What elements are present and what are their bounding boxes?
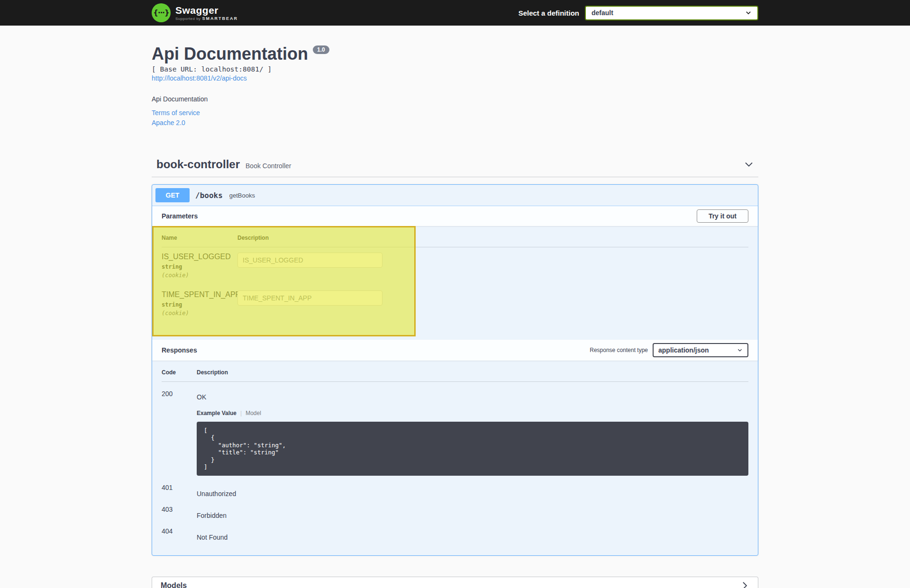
parameters-header-row: Parameters Try it out — [152, 206, 758, 226]
base-url: [ Base URL: localhost:8081/ ] — [152, 65, 758, 73]
param-row-description — [237, 285, 748, 323]
info-section: Api Documentation1.0 [ Base URL: localho… — [152, 26, 758, 127]
api-description: Api Documentation — [152, 95, 758, 103]
param-row-name: IS_USER_LOGGED string (cookie) — [162, 247, 237, 285]
swagger-brackets-glyph: {···} — [153, 9, 169, 17]
models-title: Models — [161, 581, 187, 588]
response-code-404: 404 — [162, 519, 197, 541]
param-description-column-header: Description — [237, 235, 748, 247]
select-definition-label: Select a definition — [519, 9, 579, 17]
response-code-column-header: Code — [162, 369, 197, 382]
smartbear-byline: Supported bySMARTBEAR — [175, 17, 238, 21]
model-tab[interactable]: Model — [246, 410, 261, 416]
param-row-name: TIME_SPENT_IN_APP string (cookie) — [162, 285, 237, 323]
response-code-403: 403 — [162, 498, 197, 519]
swagger-logo[interactable]: {···} Swagger Supported bySMARTBEAR — [152, 3, 238, 22]
swagger-logo-icon: {···} — [152, 3, 171, 22]
license-link[interactable]: Apache 2.0 — [152, 119, 758, 127]
response-content-type-label: Response content type — [590, 347, 648, 353]
responses-header-row: Responses Response content type applicat… — [152, 340, 758, 361]
response-200-cell: OK Example Value | Model [ { "author": "… — [197, 382, 748, 476]
responses-body: Code Description 200 OK Example Value | … — [152, 361, 758, 555]
response-403-description: Forbidden — [197, 498, 748, 519]
opblock-summary[interactable]: GET /books getBooks — [152, 185, 758, 206]
collapse-chevron-down-icon[interactable] — [744, 160, 754, 169]
chevron-down-icon — [737, 347, 743, 353]
response-200-description: OK — [197, 382, 748, 401]
response-401-description: Unauthorized — [197, 476, 748, 498]
example-value-tab[interactable]: Example Value — [197, 410, 237, 416]
operation-summary: getBooks — [229, 192, 255, 199]
definition-select-value: default — [592, 9, 613, 17]
response-description-column-header: Description — [197, 369, 748, 382]
try-it-out-button[interactable]: Try it out — [697, 209, 748, 223]
http-method-badge: GET — [155, 188, 190, 202]
models-section[interactable]: Models — [152, 577, 758, 588]
response-404-description: Not Found — [197, 519, 748, 541]
time-spent-in-app-input[interactable] — [237, 290, 382, 306]
chevron-right-icon — [740, 581, 749, 588]
response-content-type-select[interactable]: application/json — [653, 343, 748, 357]
chevron-down-icon — [745, 9, 752, 16]
parameters-title: Parameters — [162, 212, 198, 220]
example-json-block: [ { "author": "string", "title": "string… — [197, 422, 748, 476]
tag-name: book-controller — [156, 158, 240, 171]
swagger-logo-text: Swagger — [175, 5, 238, 15]
opblock-get-books: GET /books getBooks Parameters Try it ou… — [152, 184, 758, 556]
param-row-description — [237, 247, 748, 285]
tag-section: book-controllerBook Controller GET /book… — [152, 158, 758, 556]
tag-description: Book Controller — [246, 162, 291, 170]
api-docs-link[interactable]: http://localhost:8081/v2/api-docs — [152, 74, 247, 82]
operation-path: /books — [195, 191, 223, 200]
page-title: Api Documentation1.0 — [152, 45, 758, 63]
parameters-body: Name Description IS_USER_LOGGED string (… — [152, 226, 758, 340]
tag-header[interactable]: book-controllerBook Controller — [152, 158, 758, 177]
response-code-401: 401 — [162, 476, 197, 498]
topbar: {···} Swagger Supported bySMARTBEAR Sele… — [0, 0, 910, 26]
is-user-logged-input[interactable] — [237, 253, 382, 268]
definition-select[interactable]: default — [585, 6, 758, 20]
responses-title: Responses — [162, 346, 197, 354]
version-badge: 1.0 — [313, 45, 329, 54]
param-name-column-header: Name — [162, 235, 237, 247]
response-code-200: 200 — [162, 382, 197, 476]
terms-of-service-link[interactable]: Terms of service — [152, 109, 758, 117]
